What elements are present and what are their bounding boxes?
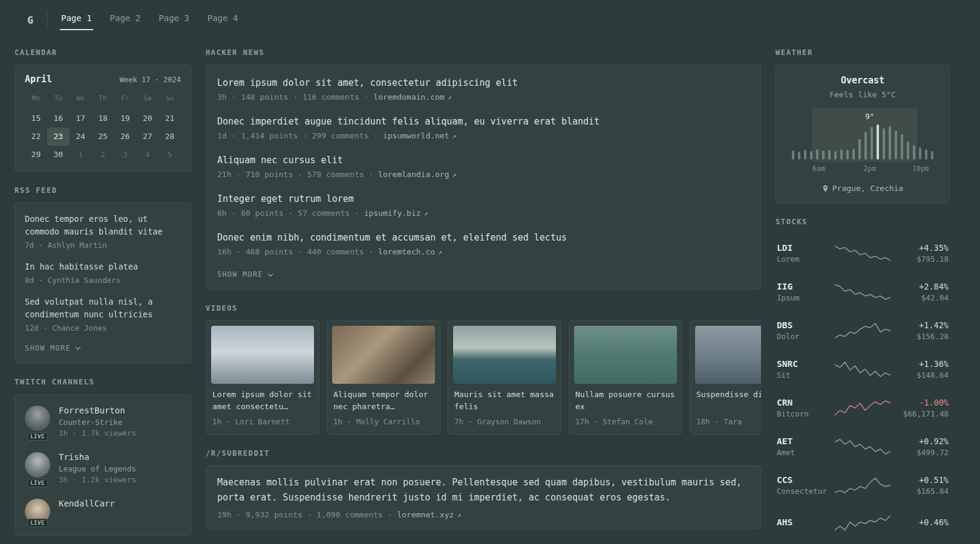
video-title[interactable]: Lorem ipsum dolor sit amet consectetu…	[212, 389, 313, 413]
video-card[interactable]: Lorem ipsum dolor sit amet consectetu… 1…	[206, 320, 319, 435]
stock-row[interactable]: DBS Dolor +1.42% $156.28	[776, 311, 950, 350]
stock-row[interactable]: IIG Ipsum +2.84% $42.04	[776, 273, 950, 311]
twitch-category: Counter-Strike	[59, 418, 136, 427]
hackernews-item-title[interactable]: Donec enim nibh, condimentum et accumsan…	[217, 232, 750, 244]
hackernews-item-title[interactable]: Lorem ipsum dolor sit amet, consectetur …	[217, 77, 750, 89]
hackernews-show-more[interactable]: SHOW MORE	[217, 262, 750, 287]
hackernews-item: Integer eget rutrum lorem 6h · 60 points…	[217, 185, 750, 224]
subreddit-section-title: /R/SUBREDDIT	[206, 449, 761, 458]
hackernews-item-title[interactable]: Aliquam nec cursus elit	[217, 154, 750, 167]
video-title[interactable]: Mauris sit amet massa felis	[454, 389, 555, 413]
page-tab[interactable]: Page 3	[157, 10, 191, 30]
twitch-avatar: LIVE	[25, 452, 50, 484]
stock-identity: CCS Consectetur	[777, 475, 829, 496]
app-logo[interactable]: G	[19, 15, 41, 26]
video-card[interactable]: Suspendisse diam 18h · Tara	[690, 320, 761, 435]
twitch-channel-name[interactable]: ForrestBurton	[59, 406, 136, 415]
video-title[interactable]: Nullam posuere cursus ex	[575, 389, 676, 413]
weather-bar	[877, 125, 879, 160]
stock-name: Amet	[777, 448, 829, 457]
stock-price: $148.64	[897, 371, 949, 380]
twitch-channel[interactable]: LIVE KendallCarr	[25, 491, 181, 531]
stock-price: $42.04	[897, 293, 949, 302]
video-card[interactable]: Aliquam tempor dolor nec pharetra… 1h · …	[327, 320, 440, 435]
domain-label: ipsumify.biz	[364, 209, 421, 218]
hackernews-item-domain-link[interactable]: loremdomain.com↗	[373, 92, 452, 102]
calendar-day: 4	[136, 146, 158, 164]
twitch-channel[interactable]: LIVE Trisha League of Legends 3h · 1.2k …	[25, 445, 181, 491]
stock-row[interactable]: CRN Bitcorn -1.00% $66,171.48	[776, 389, 950, 427]
stock-identity: AET Amet	[777, 436, 829, 457]
page-tab[interactable]: Page 4	[206, 10, 240, 30]
calendar-day: 20	[136, 109, 158, 128]
calendar-weekday: Sa	[136, 89, 158, 105]
weather-bar	[931, 151, 933, 160]
weather-location[interactable]: Prague, Czechia	[786, 184, 939, 193]
twitch-list: LIVE ForrestBurton Counter-Strike 1h · 1…	[25, 398, 181, 531]
hackernews-widget: Lorem ipsum dolor sit amet, consectetur …	[206, 65, 761, 290]
stock-symbol: AHS	[777, 517, 829, 527]
hackernews-item-meta: 21h · 710 points · 579 comments · loreml…	[217, 170, 750, 179]
rss-item[interactable]: In hac habitasse platea 8d · Cynthia Sau…	[25, 253, 181, 288]
video-card[interactable]: Nullam posuere cursus ex 17h · Stefan Co…	[569, 320, 682, 435]
twitch-channel-name[interactable]: Trisha	[59, 452, 136, 462]
stock-row[interactable]: AHS +0.46%	[776, 505, 950, 541]
subreddit-post-meta: 19h · 9,932 points · 1,090 comments · lo…	[217, 510, 750, 519]
rss-item-title[interactable]: Sed volutpat nulla nisl, a condimentum n…	[25, 296, 181, 321]
calendar-day: 3	[114, 146, 136, 164]
hackernews-item-title[interactable]: Integer eget rutrum lorem	[217, 193, 750, 206]
stock-name: Lorem	[777, 254, 829, 264]
hackernews-item-domain-link[interactable]: ipsumworld.net↗	[383, 131, 457, 140]
twitch-channel-name[interactable]: KendallCarr	[59, 499, 115, 508]
hackernews-item-domain-link[interactable]: loremtech.co↗	[378, 247, 442, 256]
stock-row[interactable]: CCS Consectetur +0.51% $165.84	[776, 466, 950, 505]
chevron-down-icon	[267, 273, 273, 277]
subreddit-post-title[interactable]: Maecenas mollis pulvinar erat non posuer…	[217, 475, 750, 505]
weather-location-label: Prague, Czechia	[832, 184, 903, 193]
video-meta: 7h · Grayson Dawson	[454, 417, 555, 426]
stock-identity: CRN Bitcorn	[777, 398, 829, 418]
calendar-day: 5	[158, 146, 181, 164]
stock-row[interactable]: AET Amet +0.92% $499.72	[776, 427, 950, 466]
video-thumbnail	[453, 326, 556, 384]
show-more-label: SHOW MORE	[217, 270, 263, 279]
stock-values: +1.36% $148.64	[897, 359, 949, 380]
rss-item[interactable]: Sed volutpat nulla nisl, a condimentum n…	[25, 288, 181, 336]
weather-bar-chart	[792, 125, 933, 160]
stock-change: +0.92%	[897, 436, 949, 446]
page-tab[interactable]: Page 2	[109, 10, 142, 30]
rss-show-more[interactable]: SHOW MORE	[25, 336, 181, 360]
calendar-day: 25	[92, 128, 114, 146]
video-card[interactable]: Mauris sit amet massa felis 7h · Grayson…	[448, 320, 561, 435]
weather-bar	[889, 126, 891, 160]
stock-name: Bitcorn	[777, 409, 829, 418]
stock-identity: SNRC Sit	[777, 359, 829, 380]
stock-row[interactable]: LDI Lorem +4.35% $795.18	[776, 234, 950, 273]
live-badge: LIVE	[27, 519, 48, 527]
rss-item[interactable]: Donec tempor eros leo, ut commodo mauris…	[25, 206, 181, 253]
chevron-down-icon	[75, 346, 81, 350]
subreddit-widget: Maecenas mollis pulvinar erat non posuer…	[206, 465, 761, 529]
stock-change: +0.51%	[897, 475, 949, 485]
hackernews-item-stats: 21h · 710 points · 579 comments ·	[217, 170, 373, 179]
subreddit-domain-link[interactable]: loremnet.xyz↗	[397, 510, 461, 519]
external-link-icon: ↗	[438, 248, 442, 256]
right-column: WEATHER Overcast Feels like 5°C 9° 6am2p…	[776, 40, 950, 541]
video-title[interactable]: Suspendisse diam	[696, 389, 761, 413]
weather-bar	[792, 151, 794, 160]
hackernews-item: Aliquam nec cursus elit 21h · 710 points…	[217, 146, 750, 185]
stock-values: +4.35% $795.18	[897, 243, 949, 264]
hackernews-item-meta: 6h · 60 points · 57 comments · ipsumify.…	[217, 209, 750, 218]
hackernews-item-title[interactable]: Donec imperdiet augue tincidunt felis al…	[217, 115, 750, 128]
page-tab[interactable]: Page 1	[60, 10, 93, 30]
rss-item-title[interactable]: In hac habitasse platea	[25, 261, 181, 273]
hackernews-item-domain-link[interactable]: ipsumify.biz↗	[364, 209, 428, 218]
hackernews-item-domain-link[interactable]: loremlandia.org↗	[378, 170, 457, 179]
weather-widget: Overcast Feels like 5°C 9° 6am2pm10pm Pr…	[776, 65, 950, 203]
stock-name: Consectetur	[777, 487, 829, 496]
stock-row[interactable]: SNRC Sit +1.36% $148.64	[776, 350, 950, 389]
rss-item-title[interactable]: Donec tempor eros leo, ut commodo mauris…	[25, 213, 181, 238]
video-title[interactable]: Aliquam tempor dolor nec pharetra…	[333, 389, 434, 413]
twitch-channel[interactable]: LIVE ForrestBurton Counter-Strike 1h · 1…	[25, 398, 181, 445]
video-thumbnail	[211, 326, 314, 384]
